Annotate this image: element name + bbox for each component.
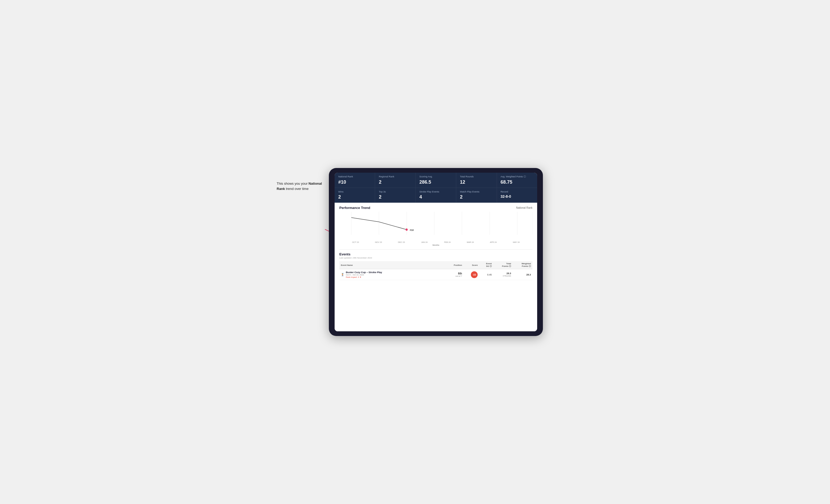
event-icon: 🏌	[341, 273, 345, 276]
stat-stroke-play-label: Stroke Play Events	[419, 191, 452, 194]
event-position: 6th out of 7	[446, 269, 464, 280]
event-weighted-points: 28.3	[513, 269, 533, 280]
annotation-text: This shows you your National Rank trend …	[277, 181, 322, 191]
event-rank-impact: Rank Impact: 3 ▼	[346, 276, 382, 278]
svg-text:#10: #10	[410, 229, 414, 232]
performance-right-label: National Rank	[516, 206, 533, 209]
x-label-jan24: JAN 24	[413, 241, 436, 243]
event-total-points-value: 28.3	[495, 272, 511, 275]
stat-national-rank-value: #10	[338, 179, 371, 185]
tablet-frame: National Rank #10 Regional Rank 2 Scorin…	[329, 168, 543, 336]
stat-scoring-avg-value: 286.5	[419, 179, 452, 185]
performance-header: Performance Trend National Rank	[339, 206, 533, 210]
stat-avg-weighted-label: Avg. Weighted Points ⓘ	[501, 175, 534, 178]
event-weighted-points-value: 28.3	[526, 273, 531, 276]
stats-row-2: Wins 2 Top 3s 2 Stroke Play Events 4 Mat…	[334, 188, 537, 203]
col-score: Score	[464, 261, 479, 269]
performance-trend-section: Performance Trend National Rank	[334, 203, 537, 249]
stat-record-label: Record	[501, 191, 534, 194]
col-event-name: Event Name	[339, 261, 446, 269]
stat-regional-rank-label: Regional Rank	[379, 175, 412, 178]
events-table-body: 🏌 Buster Cozy Cup – Stroke Play Oct 9 – …	[339, 269, 533, 280]
col-total-points: TotalPoints ⓘ	[493, 261, 513, 269]
event-score-badge: -22	[471, 271, 478, 278]
event-name-cell: 🏌 Buster Cozy Cup – Stroke Play Oct 9 – …	[339, 269, 446, 280]
event-position-sub: out of 7	[447, 275, 462, 277]
x-label-may24: MAY 24	[505, 241, 528, 243]
col-weighted-points: WeightedPoints ⓘ	[513, 261, 533, 269]
stat-wins: Wins 2	[334, 188, 375, 203]
event-position-value: 6th	[447, 272, 462, 275]
stat-regional-rank-value: 2	[379, 179, 412, 185]
event-sg-value: 0.45	[487, 273, 492, 276]
x-label-oct23: OCT 23	[344, 241, 367, 243]
event-sg: 0.45	[479, 269, 493, 280]
performance-title: Performance Trend	[339, 206, 371, 210]
stats-row-1: National Rank #10 Regional Rank 2 Scorin…	[334, 173, 537, 188]
events-last-updated: Last updated: 24th November 2023	[339, 257, 533, 259]
event-score: -22	[464, 269, 479, 280]
tablet-screen: National Rank #10 Regional Rank 2 Scorin…	[334, 173, 537, 331]
stat-top3s-label: Top 3s	[379, 191, 412, 194]
event-name: Buster Cozy Cup – Stroke Play	[346, 271, 382, 274]
stat-total-rounds: Total Rounds 12	[456, 173, 497, 188]
events-section: Events Last updated: 24th November 2023 …	[334, 250, 537, 331]
stat-match-play-value: 2	[460, 194, 493, 200]
stat-stroke-play-value: 4	[419, 194, 452, 200]
stat-avg-weighted-value: 68.75	[501, 179, 534, 185]
col-event-sg: EventSG ⓘ	[479, 261, 493, 269]
stat-scoring-avg: Scoring Avg. 286.5	[416, 173, 456, 188]
stat-match-play-label: Match Play Events	[460, 191, 493, 194]
events-table-header: Event Name Position Score EventSG ⓘ Tota…	[339, 261, 533, 269]
table-row: 🏌 Buster Cozy Cup – Stroke Play Oct 9 – …	[339, 269, 533, 280]
scene: This shows you your National Rank trend …	[277, 168, 553, 336]
annotation: This shows you your National Rank trend …	[277, 181, 326, 191]
stat-avg-weighted: Avg. Weighted Points ⓘ 68.75	[497, 173, 537, 188]
x-label-dec23: DEC 23	[390, 241, 413, 243]
chart-x-axis: OCT 23 NOV 23 DEC 23 JAN 24 FEB 24 MAR 2…	[339, 240, 533, 243]
event-total-points-sub: 3 Rounds	[495, 275, 511, 277]
chart-container: #10	[339, 212, 533, 240]
annotation-bold: National Rank	[277, 181, 322, 191]
stat-national-rank-label: National Rank	[338, 175, 371, 178]
col-position: Position	[446, 261, 464, 269]
stat-record-value: 32-8-0	[501, 194, 534, 199]
stat-stroke-play: Stroke Play Events 4	[416, 188, 456, 203]
x-axis-title: Months	[339, 243, 533, 247]
stat-national-rank: National Rank #10	[334, 173, 375, 188]
stat-wins-value: 2	[338, 194, 371, 200]
events-title: Events	[339, 252, 533, 256]
svg-point-10	[406, 229, 408, 231]
performance-chart: #10	[339, 212, 533, 240]
stat-record: Record 32-8-0	[497, 188, 537, 203]
event-total-points: 28.3 3 Rounds	[493, 269, 513, 280]
stat-top3s: Top 3s 2	[375, 188, 416, 203]
stat-match-play: Match Play Events 2	[456, 188, 497, 203]
events-table: Event Name Position Score EventSG ⓘ Tota…	[339, 261, 533, 280]
stat-total-rounds-value: 12	[460, 179, 493, 185]
event-date: Oct 9 – Oct 10, 2023	[346, 274, 382, 276]
x-label-mar24: MAR 24	[459, 241, 482, 243]
stat-regional-rank: Regional Rank 2	[375, 173, 416, 188]
x-label-apr24: APR 24	[482, 241, 505, 243]
stat-scoring-avg-label: Scoring Avg.	[419, 175, 452, 178]
stat-total-rounds-label: Total Rounds	[460, 175, 493, 178]
x-label-feb24: FEB 24	[436, 241, 459, 243]
stat-wins-label: Wins	[338, 191, 371, 194]
stat-top3s-value: 2	[379, 194, 412, 200]
x-label-nov23: NOV 23	[367, 241, 390, 243]
